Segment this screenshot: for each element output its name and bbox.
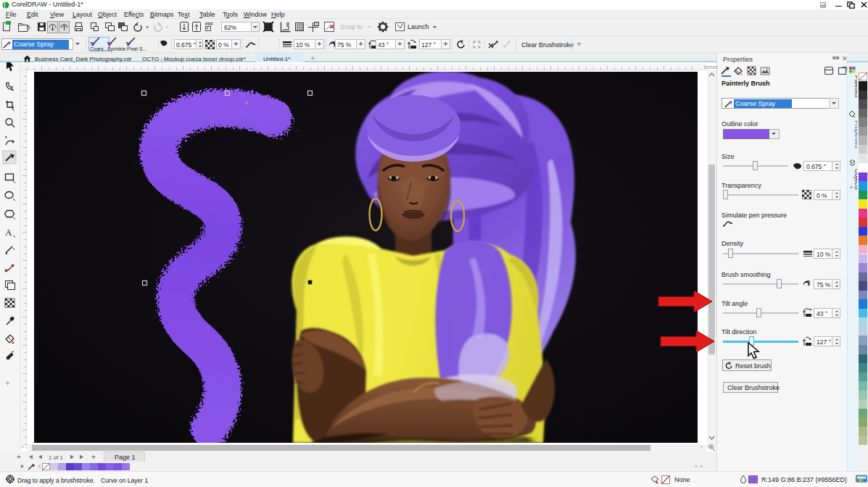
- svg-text:?: ?: [766, 67, 768, 72]
- svg-text:Sprinkle: Sprinkle: [107, 46, 125, 52]
- svg-text:A: A: [5, 227, 12, 238]
- svg-text:Coars...: Coars...: [90, 46, 108, 51]
- svg-text:Pixel S...: Pixel S...: [127, 46, 147, 51]
- svg-text:PDF: PDF: [205, 22, 214, 26]
- svg-text:+: +: [17, 453, 21, 461]
- svg-text:+: +: [91, 453, 96, 461]
- svg-text:+: +: [849, 183, 853, 191]
- svg-text:Snap to: Snap to: [340, 23, 363, 30]
- svg-text:1 of 1: 1 of 1: [49, 454, 64, 461]
- svg-text:Launch: Launch: [408, 23, 429, 30]
